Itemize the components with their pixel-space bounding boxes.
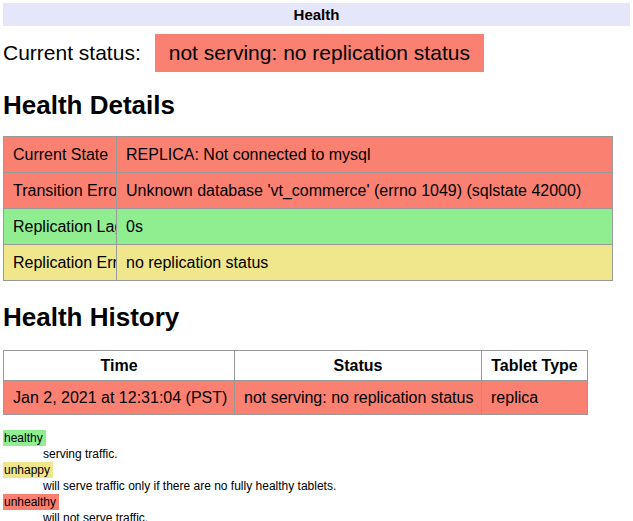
current-status-badge: not serving: no replication status (155, 34, 484, 72)
table-row: Current State REPLICA: Not connected to … (4, 137, 613, 173)
detail-label: Transition Error (4, 173, 117, 209)
table-row: Replication Error no replication status (4, 245, 613, 281)
column-header-status: Status (235, 351, 482, 381)
detail-value: no replication status (117, 245, 613, 281)
detail-label: Replication Error (4, 245, 117, 281)
current-status-label: Current status: (3, 41, 141, 65)
legend-term-row: unhealthy (3, 494, 630, 510)
history-tablet-type-cell: replica (482, 381, 588, 415)
detail-value: Unknown database 'vt_commerce' (errno 10… (117, 173, 613, 209)
table-row: Jan 2, 2021 at 12:31:04 (PST) not servin… (4, 381, 588, 415)
legend-term: unhealthy (3, 494, 59, 510)
legend-description: serving traffic. (43, 446, 630, 462)
page-title: Health (294, 6, 340, 23)
status-legend: healthy serving traffic. unhappy will se… (3, 430, 630, 521)
page-header: Health (3, 3, 630, 26)
current-status-line: Current status: not serving: no replicat… (3, 34, 630, 72)
history-time-cell: Jan 2, 2021 at 12:31:04 (PST) (4, 381, 235, 415)
table-row: Replication Lag 0s (4, 209, 613, 245)
legend-description: will not serve traffic. (43, 510, 630, 521)
legend-description: will serve traffic only if there are no … (43, 478, 630, 494)
health-details-table: Current State REPLICA: Not connected to … (3, 136, 613, 281)
legend-term-row: unhappy (3, 462, 630, 478)
legend-term: healthy (3, 430, 46, 446)
health-history-heading: Health History (3, 302, 630, 332)
detail-label: Current State (4, 137, 117, 173)
table-header-row: Time Status Tablet Type (4, 351, 588, 381)
health-history-table: Time Status Tablet Type Jan 2, 2021 at 1… (3, 350, 588, 415)
table-row: Transition Error Unknown database 'vt_co… (4, 173, 613, 209)
column-header-tablet-type: Tablet Type (482, 351, 588, 381)
column-header-time: Time (4, 351, 235, 381)
legend-term-row: healthy (3, 430, 630, 446)
detail-label: Replication Lag (4, 209, 117, 245)
detail-value: REPLICA: Not connected to mysql (117, 137, 613, 173)
legend-term: unhappy (3, 462, 53, 478)
history-status-cell: not serving: no replication status (235, 381, 482, 415)
detail-value: 0s (117, 209, 613, 245)
health-details-heading: Health Details (3, 90, 630, 120)
